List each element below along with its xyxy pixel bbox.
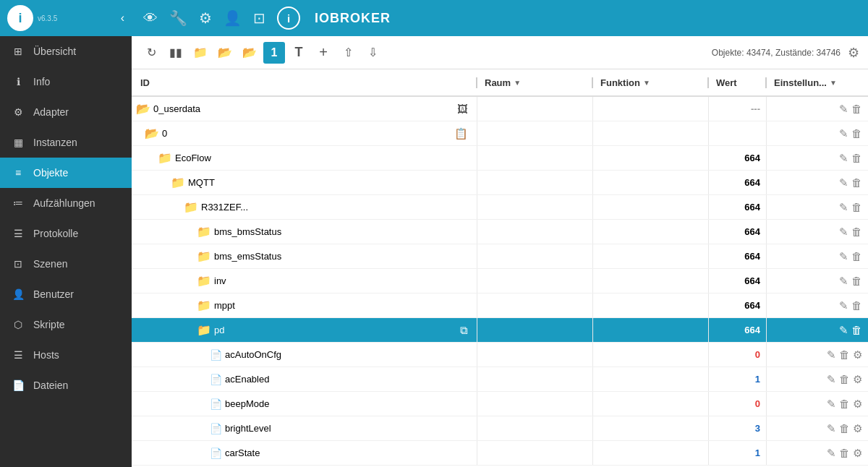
row-id-cell: 📁 bms_bmsStatus <box>132 220 477 244</box>
sidebar-item-dateien[interactable]: 📄 Dateien <box>0 370 132 400</box>
edit-icon[interactable]: ✎ <box>839 103 848 116</box>
table-row[interactable]: 📁 MQTT 664 ✎ 🗑 <box>132 171 868 195</box>
nav-eye-icon[interactable]: 👁 <box>143 10 158 27</box>
view-columns-button[interactable]: ▮▮ <box>165 42 187 64</box>
folder-alt-button[interactable]: 📂 <box>239 42 260 64</box>
sidebar-item-uebersicht[interactable]: ⊞ Übersicht <box>0 36 132 67</box>
delete-icon[interactable]: 🗑 <box>851 226 862 238</box>
table-row[interactable]: 📁 R331ZEF... 664 ✎ 🗑 <box>132 195 868 220</box>
folder-button[interactable]: 📁 <box>190 42 211 64</box>
sidebar-item-aufzaehlungen[interactable]: ≔ Aufzählungen <box>0 188 132 218</box>
delete-icon[interactable]: 🗑 <box>839 348 850 361</box>
topnav-logo[interactable]: i <box>277 7 300 30</box>
einstellungen-dropdown-arrow[interactable]: ▼ <box>830 79 837 87</box>
edit-icon[interactable]: ✎ <box>839 250 848 263</box>
text-icon[interactable]: 📋 <box>454 127 468 140</box>
sidebar-item-instanzen[interactable]: ▦ Instanzen <box>0 127 132 158</box>
sidebar-item-benutzer[interactable]: 👤 Benutzer <box>0 279 132 309</box>
sidebar-label-instanzen: Instanzen <box>33 137 77 148</box>
delete-icon[interactable]: 🗑 <box>851 250 862 262</box>
text-button[interactable]: T <box>288 42 310 64</box>
settings-icon[interactable]: ⚙ <box>853 398 862 411</box>
copy-icon[interactable]: ⧉ <box>460 324 468 337</box>
settings-icon[interactable]: ⚙ <box>853 422 862 435</box>
number-button[interactable]: 1 <box>263 42 285 64</box>
edit-icon[interactable]: ✎ <box>839 299 848 312</box>
edit-icon[interactable]: ✎ <box>827 373 836 386</box>
table-row[interactable]: 📁 bms_bmsStatus 664 ✎ 🗑 <box>132 220 868 244</box>
refresh-button[interactable]: ↻ <box>140 42 162 64</box>
table-row[interactable]: 📄 brightLevel 3 ✎ 🗑 ⚙ <box>132 416 868 441</box>
edit-icon[interactable]: ✎ <box>839 275 848 288</box>
objects-table: ID Raum ▼ Funktion ▼ Wert Einstellun... … <box>132 69 868 467</box>
row-raum-cell <box>477 146 593 170</box>
delete-icon[interactable]: 🗑 <box>851 176 862 189</box>
table-row[interactable]: 📄 carState 1 ✎ 🗑 ⚙ <box>132 441 868 466</box>
settings-icon[interactable]: ⚙ <box>853 373 862 386</box>
table-row[interactable]: 📁 inv 664 ✎ 🗑 <box>132 269 868 294</box>
row-id-cell: 📄 acEnabled <box>132 367 477 391</box>
sidebar-item-adapter[interactable]: ⚙ Adapter <box>0 97 132 127</box>
edit-icon[interactable]: ✎ <box>839 201 848 214</box>
sidebar-collapse-button[interactable]: ‹ <box>121 12 124 25</box>
edit-icon[interactable]: ✎ <box>827 447 836 460</box>
image-icon[interactable]: 🖼 <box>457 103 468 115</box>
delete-icon[interactable]: 🗑 <box>839 447 850 459</box>
row-label: brightLevel <box>225 423 271 434</box>
table-row[interactable]: 📄 beepMode 0 ✎ 🗑 ⚙ <box>132 392 868 416</box>
edit-icon[interactable]: ✎ <box>839 226 848 239</box>
download-button[interactable]: ⇩ <box>362 42 383 64</box>
settings-icon[interactable]: ⚙ <box>853 447 862 460</box>
table-row[interactable]: 📁 mppt 664 ✎ 🗑 <box>132 294 868 318</box>
nav-user-icon[interactable]: 👤 <box>224 9 242 27</box>
table-row[interactable]: 📁 pd ⧉ 664 ✎ 🗑 <box>132 318 868 343</box>
app-logo[interactable]: i <box>7 5 33 31</box>
table-row[interactable]: 📂 0_userdata 🖼 --- ✎ 🗑 <box>132 97 868 121</box>
nav-block-icon[interactable]: ⊡ <box>253 9 265 27</box>
edit-icon[interactable]: ✎ <box>827 398 836 411</box>
nav-gear-icon[interactable]: ⚙ <box>199 9 212 27</box>
folder-open-button[interactable]: 📂 <box>214 42 236 64</box>
sidebar-icon-uebersicht: ⊞ <box>10 43 26 59</box>
nav-wrench-icon[interactable]: 🔧 <box>169 9 187 27</box>
sidebar-label-hosts: Hosts <box>33 349 59 361</box>
delete-icon[interactable]: 🗑 <box>839 422 850 434</box>
sidebar-item-protokolle[interactable]: ☰ Protokolle <box>0 218 132 249</box>
upload-button[interactable]: ⇧ <box>337 42 359 64</box>
delete-icon[interactable]: 🗑 <box>851 299 862 312</box>
delete-icon[interactable]: 🗑 <box>851 324 862 336</box>
sidebar-item-objekte[interactable]: ≡ Objekte <box>0 158 132 188</box>
delete-icon[interactable]: 🗑 <box>851 127 862 140</box>
delete-icon[interactable]: 🗑 <box>851 201 862 213</box>
add-button[interactable]: + <box>312 42 334 64</box>
sidebar-item-info[interactable]: ℹ Info <box>0 67 132 97</box>
edit-icon[interactable]: ✎ <box>827 348 836 361</box>
table-row[interactable]: 📁 bms_emsStatus 664 ✎ 🗑 <box>132 244 868 269</box>
delete-icon[interactable]: 🗑 <box>839 373 850 385</box>
sidebar-logo: i v6.3.5 ‹ <box>0 0 132 36</box>
settings-icon[interactable]: ⚙ <box>853 348 862 361</box>
sidebar-icon-benutzer: 👤 <box>10 286 26 302</box>
funktion-dropdown-arrow[interactable]: ▼ <box>643 79 650 87</box>
delete-icon[interactable]: 🗑 <box>851 152 862 164</box>
delete-icon[interactable]: 🗑 <box>839 398 850 410</box>
sidebar-label-dateien: Dateien <box>33 380 68 391</box>
row-value: 3 <box>709 416 767 440</box>
edit-icon[interactable]: ✎ <box>839 324 848 337</box>
table-row[interactable]: 📂 0 📋 ✎ 🗑 <box>132 121 868 146</box>
table-row[interactable]: 📄 acAutoOnCfg 0 ✎ 🗑 ⚙ <box>132 343 868 367</box>
edit-icon[interactable]: ✎ <box>839 127 848 140</box>
sidebar-item-szenen[interactable]: ⊡ Szenen <box>0 249 132 279</box>
raum-dropdown-arrow[interactable]: ▼ <box>514 79 521 87</box>
table-row[interactable]: 📁 EcoFlow 664 ✎ 🗑 <box>132 146 868 171</box>
edit-icon[interactable]: ✎ <box>839 152 848 165</box>
row-id-cell: 📁 MQTT <box>132 171 477 194</box>
edit-icon[interactable]: ✎ <box>839 176 848 189</box>
edit-icon[interactable]: ✎ <box>827 422 836 435</box>
sidebar-item-hosts[interactable]: ☰ Hosts <box>0 340 132 370</box>
toolbar-settings-icon[interactable]: ⚙ <box>848 45 859 61</box>
delete-icon[interactable]: 🗑 <box>851 275 862 287</box>
table-row[interactable]: 📄 acEnabled 1 ✎ 🗑 ⚙ <box>132 367 868 392</box>
delete-icon[interactable]: 🗑 <box>851 103 862 115</box>
sidebar-item-skripte[interactable]: ⬡ Skripte <box>0 309 132 340</box>
